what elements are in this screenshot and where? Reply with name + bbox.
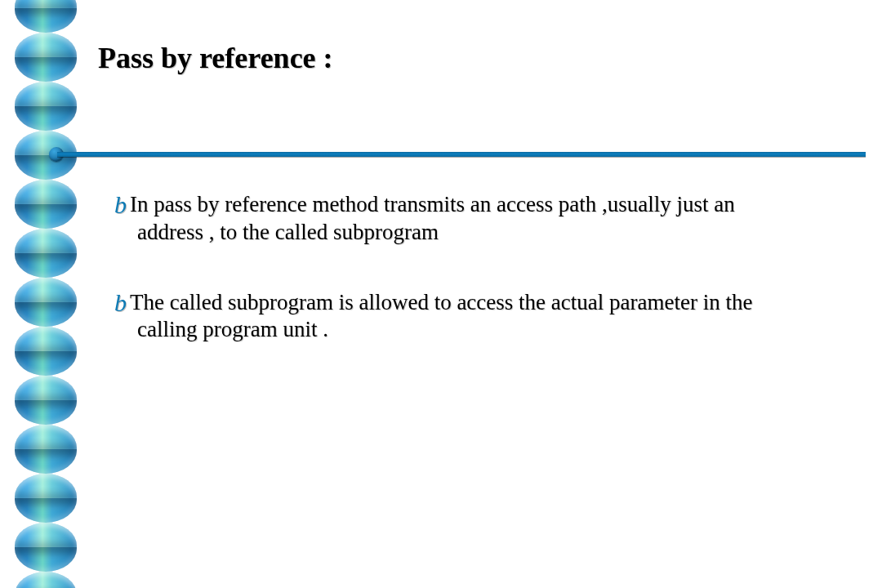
bullet-text-line2: calling program unit . xyxy=(137,316,858,344)
list-item: bIn pass by reference method transmits a… xyxy=(114,188,858,247)
spiral-binding xyxy=(15,0,80,588)
title-underline xyxy=(49,150,866,160)
bullet-text-line2: address , to the called subprogram xyxy=(137,219,858,247)
slide-content: Pass by reference : xyxy=(98,41,869,75)
bullet-text-line1: In pass by reference method transmits an… xyxy=(130,192,735,216)
bullet-list: bIn pass by reference method transmits a… xyxy=(114,188,858,383)
bullet-icon: b xyxy=(114,189,127,220)
list-item: bThe called subprogram is allowed to acc… xyxy=(114,286,858,345)
slide-title: Pass by reference : xyxy=(98,41,869,75)
bullet-text-line1: The called subprogram is allowed to acce… xyxy=(130,290,752,314)
underline-bar xyxy=(57,152,866,157)
bullet-icon: b xyxy=(114,287,127,318)
